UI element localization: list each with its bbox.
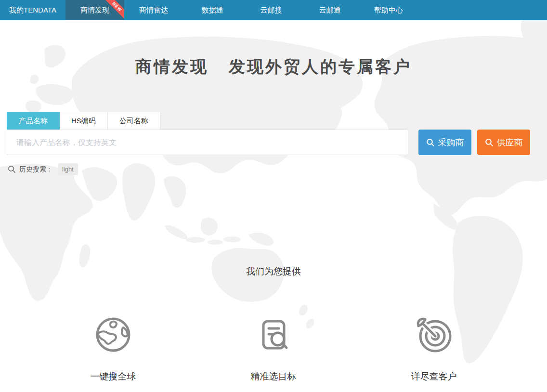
tab-label: 产品名称 <box>19 117 48 125</box>
buyer-search-button[interactable]: 采购商 <box>418 130 471 155</box>
history-tag[interactable]: light <box>58 163 78 175</box>
feature-precise-target: 精准选目标 <box>193 315 353 383</box>
feature-label: 详尽查客户 <box>354 370 514 383</box>
nav-item-label: 商情发现 <box>80 6 109 15</box>
search-icon <box>426 138 435 147</box>
nav-item-label: 云邮搜 <box>260 6 282 15</box>
feature-detailed-customer: 详尽查客户 <box>354 315 514 383</box>
hero-section: 商情发现发现外贸人的专属客户 产品名称 HS编码 公司名称 采购商 <box>0 20 547 392</box>
tab-label: HS编码 <box>71 117 96 125</box>
page-title-primary: 商情发现 <box>135 57 208 76</box>
nav-item-data-pass[interactable]: 数据通 <box>183 0 242 20</box>
search-input[interactable] <box>7 130 408 155</box>
target-icon <box>415 315 453 354</box>
nav-item-label: 我的TENDATA <box>9 6 56 15</box>
nav-item-label: 云邮通 <box>319 6 341 15</box>
page-title: 商情发现发现外贸人的专属客户 <box>0 20 547 78</box>
search-history: 历史搜索： light <box>8 163 547 175</box>
feature-global-search: 一键搜全球 <box>33 315 193 383</box>
buyer-button-label: 采购商 <box>438 137 464 148</box>
globe-icon <box>94 315 132 354</box>
nav-item-label: 数据通 <box>202 6 223 15</box>
search-bar: 采购商 供应商 <box>7 130 530 155</box>
nav-item-help-center[interactable]: 帮助中心 <box>359 0 418 20</box>
nav-item-cloud-mail-pass[interactable]: 云邮通 <box>300 0 359 20</box>
page-title-secondary: 发现外贸人的专属客户 <box>229 57 412 76</box>
nav-item-my-tendata[interactable]: 我的TENDATA <box>0 0 65 20</box>
history-search-icon <box>8 165 16 173</box>
doc-search-icon <box>254 315 293 354</box>
tab-label: 公司名称 <box>119 117 148 125</box>
nav-item-business-radar[interactable]: 商情雷达 <box>124 0 183 20</box>
history-label: 历史搜索： <box>19 165 53 174</box>
feature-label: 一键搜全球 <box>33 370 193 383</box>
tab-company-name[interactable]: 公司名称 <box>107 112 160 130</box>
tab-product-name[interactable]: 产品名称 <box>7 112 60 130</box>
nav-item-label: 商情雷达 <box>139 6 168 15</box>
tab-hs-code[interactable]: HS编码 <box>59 112 108 130</box>
search-icon <box>485 138 494 147</box>
supplier-search-button[interactable]: 供应商 <box>477 130 530 155</box>
top-nav: 我的TENDATA 商情发现 NEW 商情雷达 数据通 云邮搜 云邮通 帮助中心 <box>0 0 547 20</box>
provide-heading: 我们为您提供 <box>0 265 547 278</box>
feature-list: 一键搜全球 精准选目标 <box>33 315 514 383</box>
feature-label: 精准选目标 <box>193 370 353 383</box>
search-tabs: 产品名称 HS编码 公司名称 <box>7 112 547 130</box>
supplier-button-label: 供应商 <box>497 137 523 148</box>
nav-item-cloud-mail-search[interactable]: 云邮搜 <box>242 0 300 20</box>
nav-item-label: 帮助中心 <box>374 6 403 15</box>
nav-item-business-discovery[interactable]: 商情发现 NEW <box>65 0 124 20</box>
